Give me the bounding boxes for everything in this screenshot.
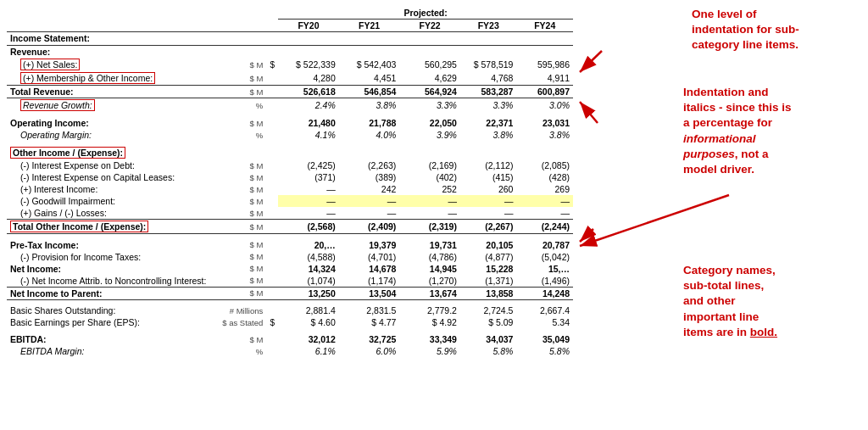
label-interest-capital: (-) Interest Expense on Capital Leases:: [7, 171, 214, 183]
value-operating-margin-FY22: 3.9%: [399, 129, 460, 141]
label-interest-debt: (-) Interest Expense on Debt:: [7, 159, 214, 171]
dollar-prefix-operating-income: [266, 117, 278, 129]
label-net-sales: (+) Net Sales:: [7, 58, 214, 71]
value-total-revenue-FY23: 583,287: [460, 86, 516, 98]
unit-interest-debt: $ M: [214, 159, 266, 171]
label-membership-income: (+) Membership & Other Income:: [7, 71, 214, 86]
annotations: One level of indentation for sub- catego…: [576, 0, 868, 430]
dollar-prefix-net-income: [266, 263, 278, 275]
value-total-other-income-FY20: (2,568): [278, 220, 339, 234]
value-total-revenue-FY21: 546,854: [339, 86, 400, 98]
value-net-income-parent-FY20: 13,250: [278, 287, 339, 299]
value-total-revenue-FY20: 526,618: [278, 86, 339, 98]
table-row-revenue-growth: Revenue Growth:%2.4%3.8%3.3%3.3%3.0%: [7, 98, 573, 113]
value-net-income-noncontrolling-FY20: (1,074): [278, 275, 339, 288]
table-row-operating-income: Operating Income:$ M21,48021,78822,05022…: [7, 117, 573, 129]
annotation-italics: Indentation and italics - since this is …: [683, 85, 861, 177]
table-row-gains-losses: (+) Gains / (-) Losses:$ M—————: [7, 207, 573, 220]
value-goodwill-FY24: —: [516, 195, 573, 207]
dollar-prefix-net-income-parent: [266, 287, 278, 299]
label-revenue-growth: Revenue Growth:: [7, 98, 214, 113]
value-gains-losses-FY22: —: [399, 207, 460, 220]
dollar-prefix-net-income-noncontrolling: [266, 275, 278, 288]
value-gains-losses-FY21: —: [339, 207, 400, 220]
value-shares-outstanding-FY20: 2,881.4: [278, 304, 339, 316]
value-goodwill-FY21: —: [339, 195, 400, 207]
table-row-interest-debt: (-) Interest Expense on Debt:$ M(2,425)(…: [7, 159, 573, 171]
dollar-prefix-interest-capital: [266, 171, 278, 183]
col-unit: [214, 20, 266, 32]
value-ebitda-FY20: 32,012: [278, 333, 339, 345]
unit-revenue-header: [214, 46, 266, 59]
value-net-income-noncontrolling-FY21: (1,174): [339, 275, 400, 288]
label-other-income-header: Other Income / (Expense):: [7, 146, 214, 159]
col-spacer: [266, 20, 278, 32]
value-pretax-income-FY22: 19,731: [399, 239, 460, 251]
label-total-other-income: Total Other Income / (Expense):: [7, 220, 214, 234]
unit-goodwill: $ M: [214, 195, 266, 207]
value-goodwill-FY23: —: [460, 195, 516, 207]
value-gains-losses-FY24: —: [516, 207, 573, 220]
value-interest-debt-FY24: (2,085): [516, 159, 573, 171]
value-interest-debt-FY23: (2,112): [460, 159, 516, 171]
unit-shares-outstanding: # Millions: [214, 304, 266, 316]
dollar-prefix-interest-debt: [266, 159, 278, 171]
value-pretax-income-FY21: 19,379: [339, 239, 400, 251]
unit-other-income-header: [214, 146, 266, 159]
dollar-prefix-shares-outstanding: [266, 304, 278, 316]
svg-line-2: [580, 102, 598, 123]
value-ebitda-FY23: 34,037: [460, 333, 516, 345]
label-interest-income: (+) Interest Income:: [7, 183, 214, 195]
label-eps: Basic Earnings per Share (EPS):: [7, 316, 214, 328]
value-operating-margin-FY23: 3.8%: [460, 129, 516, 141]
col-fy23: FY23: [460, 20, 516, 32]
table-row-net-income: Net Income:$ M14,32414,67814,94515,22815…: [7, 263, 573, 275]
dollar-prefix-other-income-header: [266, 146, 278, 159]
label-provision-taxes: (-) Provision for Income Taxes:: [7, 251, 214, 263]
value-net-income-parent-FY21: 13,504: [339, 287, 400, 299]
value-net-income-parent-FY22: 13,674: [399, 287, 460, 299]
value-shares-outstanding-FY23: 2,724.5: [460, 304, 516, 316]
value-net-income-FY21: 14,678: [339, 263, 400, 275]
svg-line-3: [580, 229, 593, 242]
col-label: [7, 20, 214, 32]
value-operating-margin-FY24: 3.8%: [516, 129, 573, 141]
value-goodwill-FY22: —: [399, 195, 460, 207]
value-interest-income-FY24: 269: [516, 183, 573, 195]
label-ebitda: EBITDA:: [7, 333, 214, 345]
value-net-income-noncontrolling-FY22: (1,270): [399, 275, 460, 288]
col-fy20: FY20: [278, 20, 339, 32]
svg-line-1: [580, 51, 602, 72]
table-row-goodwill: (-) Goodwill Impairment:$ M—————: [7, 195, 573, 207]
value-membership-income-FY24: 4,911: [516, 71, 573, 86]
unit-interest-income: $ M: [214, 183, 266, 195]
unit-operating-income: $ M: [214, 117, 266, 129]
table-row-revenue-header: Revenue:: [7, 46, 573, 59]
unit-total-revenue: $ M: [214, 86, 266, 98]
dollar-prefix-revenue-header: [266, 46, 278, 59]
unit-net-income: $ M: [214, 263, 266, 275]
value-total-revenue-FY24: 600,897: [516, 86, 573, 98]
unit-pretax-income: $ M: [214, 239, 266, 251]
dollar-prefix-total-revenue: [266, 86, 278, 98]
table-row-interest-income: (+) Interest Income:$ M—242252260269: [7, 183, 573, 195]
dollar-prefix-net-sales: $: [266, 58, 278, 71]
value-membership-income-FY22: 4,629: [399, 71, 460, 86]
value-ebitda-margin-FY24: 5.8%: [516, 345, 573, 357]
table-row-eps: Basic Earnings per Share (EPS):$ as Stat…: [7, 316, 573, 328]
table-row-total-other-income: Total Other Income / (Expense):$ M(2,568…: [7, 220, 573, 234]
value-total-other-income-FY22: (2,319): [399, 220, 460, 234]
value-membership-income-FY20: 4,280: [278, 71, 339, 86]
dollar-prefix-eps: $: [266, 316, 278, 328]
unit-revenue-growth: %: [214, 98, 266, 113]
value-operating-margin-FY20: 4.1%: [278, 129, 339, 141]
table-row-other-income-header: Other Income / (Expense):: [7, 146, 573, 159]
value-ebitda-margin-FY20: 6.1%: [278, 345, 339, 357]
value-provision-taxes-FY23: (4,877): [460, 251, 516, 263]
table-row-provision-taxes: (-) Provision for Income Taxes:$ M(4,588…: [7, 251, 573, 263]
value-net-income-parent-FY23: 13,858: [460, 287, 516, 299]
value-interest-income-FY20: —: [278, 183, 339, 195]
value-interest-income-FY22: 252: [399, 183, 460, 195]
value-gains-losses-FY23: —: [460, 207, 516, 220]
value-net-income-noncontrolling-FY23: (1,371): [460, 275, 516, 288]
